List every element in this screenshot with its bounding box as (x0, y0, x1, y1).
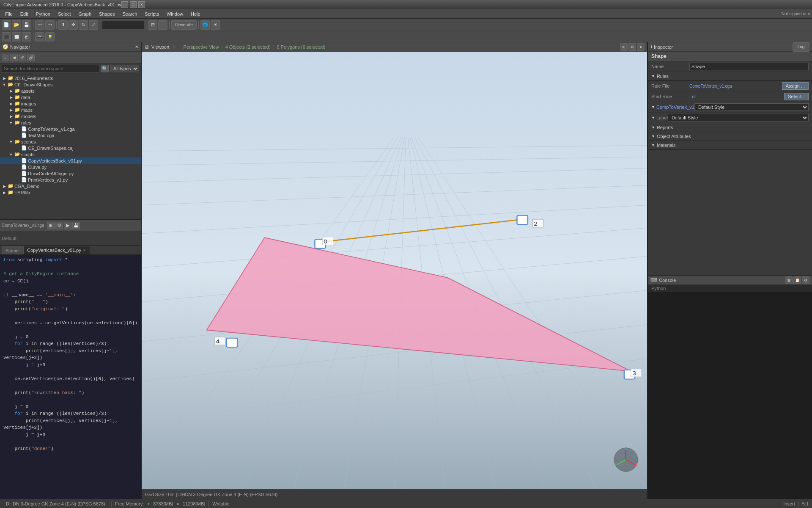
cga-settings-btn[interactable]: ⚙ (55, 222, 63, 229)
console-settings-btn[interactable]: ⚙ (802, 276, 809, 284)
snap-btn[interactable]: ⊞ (148, 20, 157, 30)
menu-scripts[interactable]: Scripts (141, 11, 162, 17)
menu-python[interactable]: Python (33, 11, 54, 17)
name-input[interactable] (689, 63, 809, 70)
vp-tool3[interactable]: ★ (637, 43, 645, 51)
tree-item[interactable]: 📄 PrintVertices_v1.py (0, 177, 141, 183)
menu-search[interactable]: Search (119, 11, 140, 17)
code-line (3, 326, 137, 334)
new-btn[interactable]: 📄 (2, 20, 11, 30)
inspector-log-btn[interactable]: Log (793, 42, 809, 52)
tree-item[interactable]: ▶ 📁 ESRIlib (0, 189, 141, 196)
assign-button[interactable]: Assign ... (782, 82, 809, 90)
close-button[interactable]: ✕ (138, 1, 145, 8)
object-attrs-arrow-icon: ▼ (651, 134, 655, 138)
tree-item[interactable]: 📄 DrawCircleAtOrigin.py (0, 170, 141, 177)
tree-arrow: ▶ (8, 114, 14, 119)
tab-scene[interactable]: Scene (2, 246, 22, 254)
viewport-close[interactable]: ✕ (172, 44, 176, 50)
menu-select[interactable]: Select (55, 11, 74, 17)
menu-window[interactable]: Window (163, 11, 187, 17)
menu-shapes[interactable]: Shapes (96, 11, 118, 17)
tree-item[interactable]: 📄 Curve.py (0, 164, 141, 170)
tree-item-selected[interactable]: 📄 CopyVerticesBack_v01.py (0, 157, 141, 164)
view-btn2[interactable]: ⬜ (12, 32, 21, 41)
undo-btn[interactable]: ↩ (35, 20, 44, 30)
tree-item[interactable]: ▼ 📂 scenes (0, 138, 141, 145)
object-attributes-section-header[interactable]: ▼ Object Attributes (648, 132, 812, 141)
navigator-close[interactable]: ✕ (135, 44, 138, 49)
search-input[interactable] (2, 65, 99, 72)
select-button[interactable]: Select... (784, 93, 809, 100)
open-btn[interactable]: 📂 (12, 20, 21, 30)
type-filter[interactable]: All types (110, 65, 139, 72)
render-btn[interactable]: 🌐 (200, 20, 210, 30)
console-copy-btn[interactable]: 📋 (793, 276, 801, 284)
code-line: for i in range ((len(vertices)/3): (3, 410, 137, 417)
save-btn[interactable]: 💾 (22, 20, 31, 30)
persp-btn[interactable]: ◩ (22, 32, 31, 41)
nav-refresh-btn[interactable]: ↺ (19, 54, 26, 61)
nav-back-btn[interactable]: ◀ (10, 54, 18, 61)
tree-item[interactable]: ▶ 📁 data (0, 94, 141, 100)
label-style-dropdown[interactable]: Default Style (668, 114, 809, 121)
free-memory-label: Free Memory: (115, 501, 144, 506)
menu-edit[interactable]: Edit (17, 11, 32, 17)
rules-section-header[interactable]: ▼ Rules (648, 72, 812, 81)
tree-item[interactable]: ▼ 📂 rules (0, 119, 141, 126)
menu-file[interactable]: File (2, 11, 16, 17)
cga-run-btn[interactable]: ▶ (64, 222, 71, 229)
rotate-btn[interactable]: ↻ (79, 20, 88, 30)
search-button[interactable]: 🔍 (101, 65, 109, 72)
python-label: Python (648, 285, 812, 292)
viewport-canvas[interactable]: 0 2 4 3 Z X Y (142, 52, 647, 489)
tab-close-icon[interactable]: ✕ (83, 248, 86, 252)
tree-item[interactable]: 📄 CE_DrawnShapes.cej (0, 145, 141, 151)
viewport-header: 🖥 Viewport ✕ Perspective View | 4 Object… (142, 42, 647, 52)
cga-default-label: Default (2, 236, 16, 241)
viewport-status: Grid Size 10m | DHDN 3-Degree GK Zone 4 … (142, 489, 647, 499)
redo-btn[interactable]: ↪ (45, 20, 55, 30)
cga-view-btn[interactable]: ⊞ (47, 222, 55, 229)
tree-item[interactable]: ▼ 📂 scripts (0, 151, 141, 157)
file-icon: 📄 (21, 164, 27, 170)
tree-item[interactable]: ▶ 📁 models (0, 113, 141, 119)
select-btn[interactable]: ⬆ (58, 20, 68, 30)
vp-tool1[interactable]: ⊞ (620, 43, 628, 51)
tree-item[interactable]: ▶ 📁 2016_Featuretests (0, 75, 141, 81)
coordinate-input[interactable]: 5:95.00 -4.07 (102, 21, 144, 29)
cga-save-btn[interactable]: 💾 (72, 222, 80, 229)
comp-to-vertex-link[interactable]: CompToVertex_v1 (656, 105, 694, 110)
minimize-button[interactable]: — (121, 1, 128, 8)
maximize-button[interactable]: □ (130, 1, 137, 8)
tree-item[interactable]: ▶ 📁 assets (0, 88, 141, 94)
light-btn[interactable]: 💡 (45, 32, 55, 41)
script-panel: Scene CopyVerticesBack_v01.py ✕ from scr… (0, 246, 141, 499)
tree-item[interactable]: ▶ 📁 maps (0, 107, 141, 113)
tree-item[interactable]: 📄 CompToVertex_v1.cga (0, 126, 141, 132)
move-btn[interactable]: ✥ (69, 20, 78, 30)
tree-item[interactable]: ▼ 📂 CE_DrawnShapes (0, 81, 141, 88)
script-editor[interactable]: from scripting import * # get a CityEngi… (0, 255, 141, 499)
vp-tool2[interactable]: ⚙ (628, 43, 636, 51)
grid-btn[interactable]: ⋮ (158, 20, 167, 30)
tree-item[interactable]: 📄 TextMod.cga (0, 132, 141, 138)
materials-section-header[interactable]: ▼ Materials (648, 141, 812, 150)
comp-style-dropdown[interactable]: Default Style (694, 103, 809, 111)
code-line: j = 0 (3, 403, 137, 411)
console-clear-btn[interactable]: 🗑 (785, 276, 793, 284)
tree-item[interactable]: ▶ 📁 CGA_Demo (0, 183, 141, 189)
console-body[interactable] (648, 292, 812, 499)
nav-home-btn[interactable]: ⌂ (2, 54, 9, 61)
scale-btn[interactable]: ⤢ (89, 20, 98, 30)
tab-script[interactable]: CopyVerticesBack_v01.py ✕ (23, 246, 90, 254)
sun-btn[interactable]: ☀ (211, 20, 220, 30)
menu-graph[interactable]: Graph (75, 11, 95, 17)
nav-link-btn[interactable]: 🔗 (27, 54, 35, 61)
camera-btn[interactable]: 📷 (35, 32, 44, 41)
generate-btn[interactable]: Generate (171, 20, 197, 30)
tree-item[interactable]: ▶ 📁 images (0, 100, 141, 107)
reports-section-header[interactable]: ▼ Reports (648, 123, 812, 132)
view-btn1[interactable]: ⬛ (2, 32, 11, 41)
menu-help[interactable]: Help (187, 11, 204, 17)
